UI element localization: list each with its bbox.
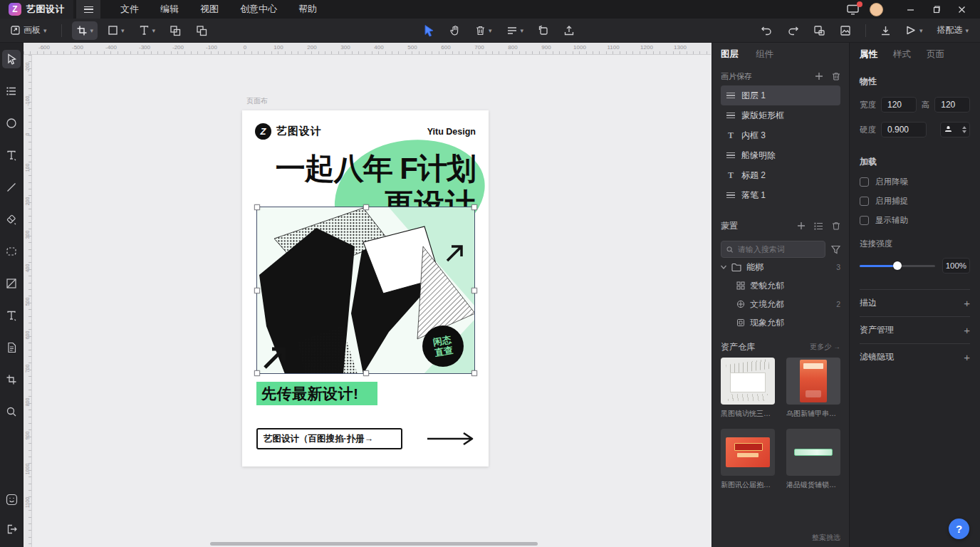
redo-button[interactable] — [783, 21, 803, 40]
rail-type-tool[interactable] — [2, 306, 21, 325]
help-button[interactable]: ? — [949, 519, 969, 539]
filter-funnel-icon[interactable] — [831, 245, 840, 254]
rail-eraser-tool[interactable] — [2, 210, 21, 229]
canvas[interactable]: 页面布 Z 艺图设计 Yitu Design 一起八年 F计划 更设计 — [32, 55, 711, 547]
close-button[interactable] — [950, 1, 973, 18]
shape-tool-button[interactable]: ▾ — [103, 21, 129, 40]
select-tool-button[interactable] — [419, 21, 439, 40]
plus-icon[interactable]: + — [964, 324, 970, 336]
assets-footer-link[interactable]: 整案挑选 — [812, 533, 840, 543]
add-layer-icon[interactable] — [815, 72, 823, 80]
checkbox-unchecked[interactable] — [860, 177, 869, 187]
plus-icon[interactable]: + — [964, 351, 970, 363]
list-view-icon[interactable] — [814, 222, 823, 230]
menu-edit[interactable]: 编辑 — [160, 3, 179, 16]
duplicate-tool-button[interactable] — [165, 21, 186, 40]
maximize-button[interactable] — [924, 1, 947, 18]
undo-button[interactable] — [756, 21, 777, 40]
rail-line-tool[interactable] — [2, 178, 21, 197]
component-search-input[interactable] — [738, 245, 820, 254]
width-input[interactable]: 120 — [881, 97, 917, 113]
tab-components[interactable]: 组件 — [756, 48, 773, 61]
section-stroke[interactable]: 描边+ — [860, 289, 970, 316]
delete-tool-button[interactable]: ▾ — [471, 21, 496, 40]
slider-thumb[interactable] — [893, 261, 902, 270]
assets-more-link[interactable]: 更多少 → — [810, 342, 840, 352]
artboard-tool-button[interactable]: 画板▾ — [6, 21, 51, 40]
component-item-row[interactable]: 爱貌允郁 — [721, 276, 840, 295]
tab-layers[interactable]: 图层 — [721, 48, 739, 61]
menu-file[interactable]: 文件 — [120, 3, 139, 16]
layer-row[interactable]: 落笔 1 — [721, 185, 840, 205]
user-avatar[interactable] — [870, 3, 883, 16]
add-component-icon[interactable] — [797, 222, 806, 230]
abstract-artwork-image[interactable]: 闲态 直查 — [256, 207, 475, 374]
tab-page[interactable]: 页面 — [927, 48, 944, 61]
export-tool-button[interactable] — [559, 21, 579, 40]
section-asset-management[interactable]: 资产管理+ — [860, 316, 970, 343]
rail-text-tool[interactable] — [2, 146, 21, 165]
stepper-arrows[interactable] — [962, 126, 966, 133]
checkbox-row[interactable]: 启用捕捉 — [860, 196, 970, 207]
rotate-tool-button[interactable] — [533, 21, 553, 40]
tab-attributes[interactable]: 属性 — [860, 48, 877, 61]
asset-item[interactable]: 新图讯公届抱冼… — [721, 429, 775, 490]
artboard-label[interactable]: 页面布 — [246, 96, 268, 106]
rail-export-tool[interactable] — [2, 520, 21, 538]
duplicate-canvas-button[interactable] — [809, 21, 830, 40]
delete-component-icon[interactable] — [832, 222, 840, 231]
checkbox-row[interactable]: 显示辅助 — [860, 215, 970, 226]
minimize-button[interactable] — [899, 1, 922, 18]
share-screen-button[interactable] — [847, 4, 860, 15]
layer-row[interactable]: 蒙版矩形框 — [721, 105, 840, 125]
boolean-tool-button[interactable] — [192, 21, 212, 40]
hand-tool-button[interactable] — [445, 21, 465, 40]
align-tool-button[interactable]: ▾ — [502, 21, 528, 40]
rail-zoom-tool[interactable] — [2, 402, 21, 421]
height-input[interactable]: 120 — [934, 97, 970, 113]
rail-asset-tool[interactable] — [2, 338, 21, 357]
preview-image-button[interactable] — [835, 21, 855, 40]
mode-select-button[interactable]: 搭配选▾ — [932, 21, 973, 40]
layer-row[interactable]: T标题 2 — [721, 165, 840, 185]
asset-item[interactable]: 港品锻货辅锁舵… — [786, 429, 840, 490]
delete-layer-icon[interactable] — [832, 72, 840, 81]
menu-help[interactable]: 帮助 — [298, 3, 317, 16]
rail-layer-list-tool[interactable] — [2, 82, 21, 100]
rail-marquee-tool[interactable] — [2, 242, 21, 261]
layer-row[interactable]: 图层 1 — [721, 85, 840, 105]
component-folder-row[interactable]: 能梆 3 — [721, 258, 840, 276]
present-button[interactable]: ▾ — [901, 21, 927, 40]
checkbox-unchecked[interactable] — [860, 216, 869, 225]
rail-sticker-tool[interactable] — [2, 490, 21, 509]
rail-slice-tool[interactable] — [2, 274, 21, 293]
checkbox-row[interactable]: 启用降噪 — [860, 177, 970, 187]
menu-creative-center[interactable]: 创意中心 — [240, 3, 277, 16]
layer-row[interactable]: 船缘明除 — [721, 145, 840, 165]
asset-item[interactable]: 乌图新辅甲串跳… — [786, 358, 840, 419]
opacity-input[interactable]: 0.900 — [881, 122, 927, 137]
rail-select-tool[interactable] — [2, 50, 21, 68]
text-tool-button[interactable]: ▾ — [135, 21, 160, 40]
horizontal-scrollbar[interactable] — [210, 542, 538, 546]
main-menu-button[interactable] — [76, 0, 100, 19]
layer-row[interactable]: T内框 3 — [721, 125, 840, 145]
section-filters[interactable]: 滤镜隐现+ — [860, 343, 970, 370]
menu-view[interactable]: 视图 — [200, 3, 219, 16]
crop-tool-button[interactable]: ▾ — [72, 21, 98, 40]
checkbox-unchecked[interactable] — [860, 197, 869, 206]
stamp-stepper[interactable] — [940, 122, 970, 137]
poster-artboard[interactable]: Z 艺图设计 Yitu Design 一起八年 F计划 更设计 — [242, 110, 489, 467]
tab-style[interactable]: 样式 — [893, 48, 911, 61]
download-button[interactable] — [876, 21, 895, 40]
component-item-row[interactable]: 文境允都 2 — [721, 295, 840, 313]
rail-crop-tool[interactable] — [2, 370, 21, 389]
component-search-field[interactable] — [721, 241, 825, 258]
asset-item[interactable]: 黑图镜访恍三于… — [721, 358, 775, 419]
plus-icon[interactable]: + — [964, 297, 970, 309]
app-logo[interactable]: Z 艺图设计 — [0, 0, 73, 19]
strength-slider[interactable] — [860, 265, 935, 267]
component-item-row[interactable]: 现象允郁 — [721, 313, 840, 332]
poster-brand-logo: Z 艺图设计 — [255, 123, 322, 140]
rail-ellipse-tool[interactable] — [2, 114, 21, 132]
